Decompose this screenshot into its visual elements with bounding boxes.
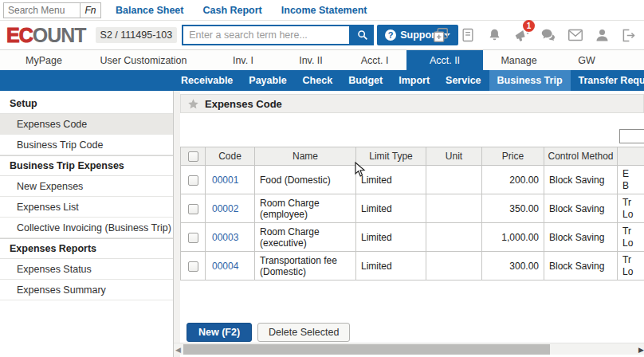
select-all-checkbox[interactable] <box>188 151 198 162</box>
table-row: 00001 Food (Domestic) Limited 200.00 Blo… <box>181 166 644 194</box>
subnav-transfer-request-mgmt[interactable]: Transfer Request Mgmt. <box>571 70 644 91</box>
sidebar-section-expenses-reports[interactable]: Expenses Reports <box>0 238 173 259</box>
ecount-erp-window: Fn Balance Sheet Cash Report Income Stat… <box>0 0 644 357</box>
code-link[interactable]: 00004 <box>206 252 255 280</box>
sidebar-item-collective-invoicing[interactable]: Collective Invoicing (Business Trip) <box>0 218 173 238</box>
scroll-right-arrow-icon[interactable]: ▶ <box>638 346 644 354</box>
page-title: Expenses Code <box>205 98 282 110</box>
code-link[interactable]: 00003 <box>206 223 255 252</box>
tab-inv-1[interactable]: Inv. I <box>207 50 279 70</box>
name-cell: Room Charge (executive) <box>255 223 356 252</box>
ecount-logo[interactable]: ECOUNT <box>6 24 86 47</box>
logout-icon[interactable] <box>618 26 639 45</box>
control-method-cell: Block Saving <box>544 166 618 194</box>
subnav-business-trip[interactable]: Business Trip <box>489 70 571 91</box>
row-checkbox[interactable] <box>188 233 198 243</box>
subnav-check[interactable]: Check <box>295 70 341 91</box>
link-income-statement[interactable]: Income Statement <box>281 5 367 16</box>
row-checkbox[interactable] <box>188 261 198 272</box>
sidebar-section-business-trip-expenses[interactable]: Business Trip Expenses <box>0 155 173 176</box>
tab-inv-2[interactable]: Inv. II <box>279 50 343 70</box>
unit-cell <box>426 223 482 252</box>
sidebar-item-expenses-summary[interactable]: Expenses Summary <box>0 280 173 300</box>
clipped-toolbar-button[interactable] <box>619 129 644 143</box>
subnav-service[interactable]: Service <box>438 70 489 91</box>
logo-ount: OUNT <box>33 24 86 46</box>
col-header-clipped <box>618 147 644 166</box>
subnav-receivable[interactable]: Receivable <box>173 70 241 91</box>
row-checkbox[interactable] <box>188 204 198 214</box>
code-link[interactable]: 00002 <box>206 194 255 223</box>
sidebar-item-new-expenses[interactable]: New Expenses <box>0 176 173 197</box>
price-cell: 1,000.00 <box>482 223 544 252</box>
price-cell: 200.00 <box>482 166 544 194</box>
memo-icon[interactable] <box>457 26 478 45</box>
favorite-star-icon[interactable] <box>187 98 199 110</box>
control-method-cell: Block Saving <box>544 252 618 280</box>
tab-mypage[interactable]: MyPage <box>8 50 80 70</box>
code-link[interactable]: 00001 <box>206 166 255 194</box>
sidebar-menu: Setup Expenses Code Business Trip Code B… <box>0 91 174 357</box>
subnav-budget[interactable]: Budget <box>340 70 391 91</box>
search-icon <box>356 29 369 41</box>
action-button-bar: New (F2) Delete Selected <box>187 323 350 342</box>
tab-user-customization[interactable]: User Customization <box>80 50 207 70</box>
app-header: ECOUNT S2 / 111495-103 ? Support <box>0 21 644 49</box>
price-cell: 300.00 <box>482 252 544 280</box>
subnav-payable[interactable]: Payable <box>241 70 294 91</box>
delete-selected-button[interactable]: Delete Selected <box>257 323 350 342</box>
col-header-limit-type: Limit Type <box>356 147 426 166</box>
control-method-cell: Block Saving <box>544 194 618 223</box>
scroll-left-arrow-icon[interactable]: ◀ <box>175 346 181 354</box>
tab-acct-2[interactable]: Acct. II <box>406 50 483 70</box>
name-cell: Transportation fee (Domestic) <box>255 252 356 280</box>
name-cell: Room Charge (employee) <box>255 194 356 223</box>
table-row: 00004 Transportation fee (Domestic) Limi… <box>181 252 644 280</box>
table-row: 00003 Room Charge (executive) Limited 1,… <box>181 223 644 252</box>
link-cash-report[interactable]: Cash Report <box>202 5 261 16</box>
quick-menu-bar: Fn Balance Sheet Cash Report Income Stat… <box>0 0 644 21</box>
table-header-row: Code Name Limit Type Unit Price Control … <box>181 147 644 166</box>
subnav-import[interactable]: Import <box>391 70 438 91</box>
announcements-megaphone-icon[interactable]: 1 <box>511 26 532 45</box>
mail-icon[interactable] <box>565 26 586 45</box>
col-header-price: Price <box>482 147 544 166</box>
col-header-unit: Unit <box>426 147 482 166</box>
col-header-name: Name <box>255 147 356 166</box>
tab-manage[interactable]: Manage <box>483 50 555 70</box>
user-profile-icon[interactable] <box>591 26 612 45</box>
tab-acct-1[interactable]: Acct. I <box>343 50 406 70</box>
tab-gw[interactable]: GW <box>555 50 618 70</box>
expenses-code-table: Code Name Limit Type Unit Price Control … <box>180 147 644 280</box>
link-balance-sheet[interactable]: Balance Sheet <box>116 5 183 16</box>
price-cell: 350.00 <box>482 194 544 223</box>
sidebar-item-expenses-status[interactable]: Expenses Status <box>0 259 173 280</box>
new-button[interactable]: New (F2) <box>187 323 252 342</box>
clipped-cell: TrLo <box>618 223 644 252</box>
clipped-cell: TrLo <box>618 194 644 223</box>
help-icon: ? <box>385 29 396 41</box>
limit-type-cell: Limited <box>356 194 426 223</box>
unit-cell <box>426 252 482 280</box>
horizontal-scrollbar[interactable]: ◀ ▶ <box>174 343 644 355</box>
clipped-cell: TrLo <box>618 252 644 280</box>
new-window-icon[interactable] <box>430 26 451 45</box>
chat-icon[interactable] <box>538 26 559 45</box>
sidebar-section-setup[interactable]: Setup <box>0 93 173 114</box>
sidebar-item-expenses-code[interactable]: Expenses Code <box>0 114 173 135</box>
sidebar-item-expenses-list[interactable]: Expenses List <box>0 197 173 218</box>
row-checkbox[interactable] <box>188 175 198 186</box>
module-tab-bar: MyPage User Customization Inv. I Inv. II… <box>0 49 644 70</box>
notifications-bell-icon[interactable] <box>484 26 505 45</box>
search-button[interactable] <box>351 25 374 45</box>
clipped-cell: EB <box>618 166 644 194</box>
menu-search-input[interactable] <box>3 2 80 18</box>
fn-button[interactable]: Fn <box>80 2 101 18</box>
header-icon-bar: 1 <box>430 25 639 45</box>
page-title-bar: Expenses Code <box>180 94 644 113</box>
notification-count-badge: 1 <box>523 20 535 32</box>
limit-type-cell: Limited <box>356 166 426 194</box>
sidebar-item-business-trip-code[interactable]: Business Trip Code <box>0 135 173 155</box>
global-search-input[interactable] <box>182 25 351 45</box>
scrollbar-thumb[interactable] <box>183 344 550 355</box>
